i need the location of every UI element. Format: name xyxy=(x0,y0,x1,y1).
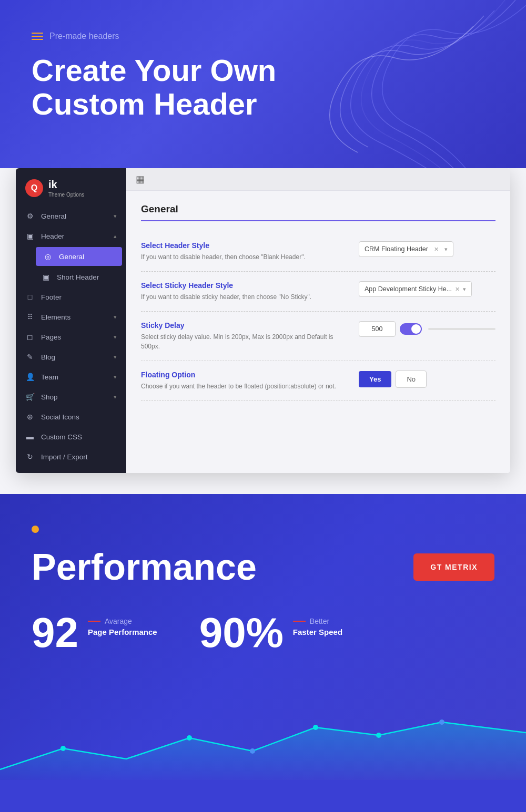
stat-item-speed: 90% Better Faster Speed xyxy=(199,612,342,654)
blog-icon: ✎ xyxy=(25,353,35,361)
sticky-header-style-select[interactable]: App Development Sticky He... ✕ ▾ xyxy=(359,281,472,297)
sidebar-item-label: General xyxy=(41,212,107,220)
sidebar-item-label: Shop xyxy=(41,393,107,401)
sidebar-item-label: Short Header xyxy=(57,273,117,281)
elements-icon: ⠿ xyxy=(25,313,35,321)
performance-section: Performance GT METRIX 92 Avarage Page Pe… xyxy=(0,494,526,780)
sidebar-item-label: Header xyxy=(41,232,107,240)
select-arrow-icon: ▾ xyxy=(444,246,448,253)
sidebar-item-label: Custom CSS xyxy=(41,433,117,441)
sidebar-item-pages[interactable]: ◻ Pages ▾ xyxy=(16,327,126,347)
select-clear-button[interactable]: ✕ xyxy=(434,246,439,253)
stat-item-performance: 92 Avarage Page Performance xyxy=(32,612,157,654)
field-desc: If you want to disable sticky header, th… xyxy=(141,292,348,302)
sidebar-item-label: Team xyxy=(41,373,107,381)
select-clear-button[interactable]: ✕ xyxy=(455,286,460,293)
chevron-up-icon: ▴ xyxy=(114,233,117,240)
sidebar-item-social[interactable]: ⊕ Social Icons xyxy=(16,407,126,427)
chevron-down-icon: ▾ xyxy=(114,394,117,400)
stat-dash: Avarage xyxy=(88,617,157,625)
form-row-left: Sticky Delay Select sticky delay value. … xyxy=(141,321,348,351)
form-row-header-style: Select Header Style If you want to disab… xyxy=(141,232,495,272)
field-desc: If you want to disable header, then choo… xyxy=(141,252,348,262)
shop-icon: 🛒 xyxy=(25,393,35,401)
chevron-down-icon: ▾ xyxy=(114,314,117,321)
hero-section: .wave-line { fill: none; stroke-width: 1… xyxy=(0,0,526,168)
stat-number: 92 xyxy=(32,612,78,654)
sidebar-item-label: Social Icons xyxy=(41,413,117,421)
select-arrow-icon: ▾ xyxy=(463,286,466,293)
chart-area xyxy=(0,675,526,780)
chart-dot xyxy=(250,748,255,754)
field-title: Sticky Delay xyxy=(141,321,348,330)
sidebar-item-shop[interactable]: 🛒 Shop ▾ xyxy=(16,387,126,407)
form-row-sticky-delay: Sticky Delay Select sticky delay value. … xyxy=(141,312,495,361)
sticky-delay-toggle[interactable] xyxy=(400,323,422,335)
sidebar-item-label: Elements xyxy=(41,313,107,321)
hero-title: Create Your Own Custom Header xyxy=(32,54,494,121)
perf-header: Performance GT METRIX xyxy=(32,549,494,585)
field-title: Select Header Style xyxy=(141,241,348,250)
logo-name: ik xyxy=(48,179,84,191)
field-desc: Select sticky delay value. Min is 200px,… xyxy=(141,332,348,351)
perf-dot xyxy=(32,526,39,533)
sidebar-item-import-export[interactable]: ↻ Import / Export xyxy=(16,447,126,467)
chart-dot xyxy=(376,733,381,738)
toolbar-grid-icon: ▦ xyxy=(136,173,145,185)
sidebar-logo: Q ik Theme Options xyxy=(16,168,126,206)
dash-line xyxy=(293,621,306,622)
sidebar-item-elements[interactable]: ⠿ Elements ▾ xyxy=(16,307,126,327)
slider-track[interactable] xyxy=(428,328,495,330)
gtmetrix-button[interactable]: GT METRIX xyxy=(413,553,494,581)
chart-dot xyxy=(60,746,66,751)
form-row-floating-option: Floating Option Choose if you want the h… xyxy=(141,361,495,401)
stat-info: Avarage Page Performance xyxy=(88,612,157,636)
sidebar-item-footer[interactable]: □ Footer xyxy=(16,287,126,307)
section-title: General xyxy=(141,203,495,221)
css-icon: ▬ xyxy=(25,433,35,441)
admin-panel-section: Q ik Theme Options ⚙ General ▾ ▣ Header … xyxy=(0,168,526,494)
header-icon: ▣ xyxy=(25,232,35,240)
import-export-icon: ↻ xyxy=(25,453,35,461)
admin-panel: Q ik Theme Options ⚙ General ▾ ▣ Header … xyxy=(16,168,510,473)
sidebar-item-general[interactable]: ⚙ General ▾ xyxy=(16,206,126,226)
hamburger-icon xyxy=(32,33,43,40)
performance-chart xyxy=(0,675,526,780)
footer-icon: □ xyxy=(25,293,35,301)
social-icon: ⊕ xyxy=(25,413,35,421)
sidebar-item-team[interactable]: 👤 Team ▾ xyxy=(16,367,126,387)
sidebar-item-label: General xyxy=(59,253,115,261)
grid-icon: ▣ xyxy=(41,273,50,281)
form-row-left: Floating Option Choose if you want the h… xyxy=(141,371,348,391)
stat-dash-label: Better xyxy=(310,617,329,625)
gear-icon: ⚙ xyxy=(25,212,35,220)
logo-icon: Q xyxy=(25,179,43,197)
stat-label: Page Performance xyxy=(88,628,157,636)
floating-yes-button[interactable]: Yes xyxy=(359,371,391,387)
sidebar-subitem-general[interactable]: ◎ General xyxy=(36,247,122,266)
sidebar-subitem-short-header[interactable]: ▣ Short Header xyxy=(32,267,126,287)
sidebar-item-blog[interactable]: ✎ Blog ▾ xyxy=(16,347,126,367)
sticky-delay-input[interactable] xyxy=(359,321,396,337)
sidebar-item-header[interactable]: ▣ Header ▴ xyxy=(16,226,126,246)
pre-label: Pre-made headers xyxy=(49,32,119,41)
content-area: General Select Header Style If you want … xyxy=(126,191,510,414)
sidebar: Q ik Theme Options ⚙ General ▾ ▣ Header … xyxy=(16,168,126,473)
performance-title: Performance xyxy=(32,549,257,585)
field-title: Select Sticky Header Style xyxy=(141,281,348,290)
floating-no-button[interactable]: No xyxy=(396,371,427,388)
header-style-select[interactable]: CRM Floating Header ✕ ▾ xyxy=(359,241,453,257)
chevron-down-icon: ▾ xyxy=(114,354,117,361)
performance-stats: 92 Avarage Page Performance 90% Better F… xyxy=(32,612,494,654)
form-row-left: Select Header Style If you want to disab… xyxy=(141,241,348,262)
chevron-down-icon: ▾ xyxy=(114,374,117,381)
sidebar-item-custom-css[interactable]: ▬ Custom CSS xyxy=(16,427,126,447)
stat-number: 90% xyxy=(199,612,284,654)
chevron-down-icon: ▾ xyxy=(114,213,117,220)
chart-dot xyxy=(439,720,444,725)
select-value: CRM Floating Header xyxy=(365,245,428,253)
form-row-right: App Development Sticky He... ✕ ▾ xyxy=(359,281,495,297)
form-row-right: Yes No xyxy=(359,371,495,388)
sidebar-item-label: Import / Export xyxy=(41,453,117,461)
sidebar-item-label: Blog xyxy=(41,353,107,361)
